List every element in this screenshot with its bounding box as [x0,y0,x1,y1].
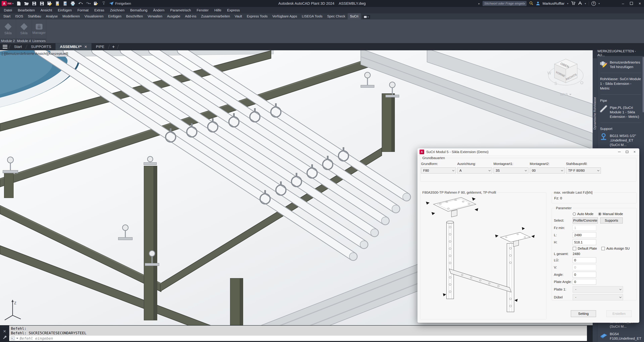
menu-bearbeiten[interactable]: Bearbeiten [15,7,38,13]
ribbon-tab-verfuegbare-apps[interactable]: Verfügbare Apps [270,13,300,19]
dialog-maximize-button[interactable] [626,151,628,153]
menu-extras[interactable]: Extras [92,7,107,13]
file-tab-assembly-active[interactable]: ASSEMBLY* ✕ [56,43,92,50]
autodesk-logo-icon[interactable] [578,1,582,6]
user-menu-chevron-icon[interactable]: ▾ [567,2,568,5]
menu-format[interactable]: Format [74,7,92,13]
fzmin-input[interactable] [573,225,596,231]
workspace-icon[interactable] [94,1,98,6]
print-icon[interactable] [70,1,75,6]
transfer-icon[interactable] [63,1,68,6]
command-line-grip[interactable]: ······ ✕ [0,326,9,342]
app-menu-button[interactable]: A P3D ▾ [2,1,14,6]
grundform-dropdown[interactable]: F80 [421,167,456,174]
angle-input[interactable] [573,272,596,278]
ribbon-tab-analyse[interactable]: Analyse [44,13,60,19]
panel-label-licences[interactable]: Licences [32,38,46,43]
manual-mode-radio[interactable]: Manual Mode [598,212,628,216]
menu-bemassung[interactable]: Bemaßung [127,7,150,13]
autodesk-menu-chevron-icon[interactable]: ▾ [585,2,586,5]
ribbon-tab-start[interactable]: Start [1,13,13,19]
close-command-line-icon[interactable]: ✕ [3,329,6,334]
quick-access-customize-icon[interactable]: ▾ [101,1,106,6]
save-as-icon[interactable] [47,1,52,6]
palette-scrollbar[interactable] [643,57,644,112]
save-icon[interactable] [32,1,36,6]
palette-header[interactable]: WERKZEUGPALETTEN - AU... [597,50,644,56]
panel-label-module4[interactable]: Module 4 [16,38,32,43]
setting-button[interactable]: Setting [571,310,596,317]
wcs-dropdown[interactable]: WKS [560,92,572,96]
new-file-icon[interactable] [16,1,21,6]
menu-aendern[interactable]: Ändern [150,7,168,13]
hamburger-menu-icon[interactable] [0,43,10,50]
ribbon-tab-spec-check[interactable]: Spec Check [325,13,348,19]
command-prompt-icon[interactable]: >_ [10,337,15,340]
search-input[interactable] [482,1,526,6]
redo-icon[interactable]: ↷▾ [86,1,90,6]
menu-express[interactable]: Express [224,7,243,13]
menu-hilfe[interactable]: Hilfe [212,7,224,13]
menu-parametrisch[interactable]: Parametrisch [167,7,194,13]
erstellen-button[interactable]: Erstellen [606,310,632,317]
command-history[interactable]: Befehl: Befehl: SUCRI5CREATESECONDARYSTE… [9,326,587,336]
sikla-module4-button[interactable]: Sikla [16,19,32,38]
stahlbauprofil-dropdown[interactable]: TP F 80/80 [566,167,601,174]
h-input[interactable] [573,239,596,245]
palette-item-pipeclass[interactable]: Rohrklasse: SuCri Module 1 - Sikla Exten… [600,77,642,91]
montageart2-dropdown[interactable]: 00 [530,167,565,174]
help-chevron-icon[interactable]: ▾ [598,2,600,5]
ribbon-tab-express-tools[interactable]: Express Tools [244,13,270,19]
minimize-button[interactable]: – [620,1,626,6]
recent-commands-chevron-icon[interactable] [16,338,18,339]
ribbon-tab-isos[interactable]: ISOS [13,13,26,19]
export-icon[interactable] [55,1,60,6]
help-icon[interactable]: ? [592,1,596,6]
ribbon-tab-addins[interactable]: Add-ins [182,13,199,19]
ribbon-tab-stahlbau[interactable]: Stahlbau [26,13,44,19]
user-name[interactable]: MarkusRufflar [543,1,564,5]
ausrichtung-dropdown[interactable]: A [457,167,492,174]
auto-mode-radio[interactable]: Auto Mode [573,212,598,216]
view-cube[interactable]: OBEN VORNE RECHTS W S O [547,57,586,90]
auto-assign-su-checkbox[interactable]: Auto Assign SU [602,247,634,251]
close-button[interactable]: × [637,1,643,6]
ribbon-tab-lisega-tools[interactable]: LISEGA Tools [300,13,325,19]
plate-angle-input[interactable] [573,279,596,285]
file-tab-supports[interactable]: SUPPORTS [26,43,56,50]
licence-manager-button[interactable]: Manager [32,19,46,38]
dialog-minimize-button[interactable] [618,152,621,152]
open-folder-icon[interactable] [24,1,29,6]
ribbon-tab-sucri[interactable]: SuCri [348,13,361,19]
menu-zeichnen[interactable]: Zeichnen [107,7,127,13]
palette-item-pipe-pl[interactable]: Pipe,PL (SuCri Module 1 - Sikla Extensio… [600,105,642,119]
ribbon-tab-ausgabe[interactable]: Ausgabe [164,13,182,19]
new-tab-button[interactable]: + [109,43,118,50]
save-all-icon[interactable] [40,1,44,6]
default-plate-checkbox[interactable]: Default Plate [573,247,602,251]
ribbon-tab-verwalten[interactable]: Verwalten [145,13,165,19]
sikla-module2-button[interactable]: Sikla [0,19,16,38]
dialog-title-bar[interactable]: A SuCri Modul 5 - Sikla Extension (Demo)… [418,148,639,155]
file-tab-pipe[interactable]: PIPE [92,43,108,50]
supports-button[interactable]: Supports [600,217,623,224]
dialog-close-button[interactable]: × [634,150,636,154]
profile-concrete-button[interactable]: Profile/Concrete [573,217,598,224]
palette-item-bg54[interactable]: BG54 F100,Undefined_ET [600,331,642,341]
l-input[interactable] [573,232,596,238]
menu-fenster[interactable]: Fenster [194,7,212,13]
command-input[interactable] [20,336,587,341]
lue-input[interactable] [573,257,596,263]
panel-label-module2[interactable]: Module 2 [0,38,16,43]
ribbon-tab-beschriften[interactable]: Beschriften [124,13,145,19]
compass-south-label[interactable]: S [554,81,557,86]
platte1-dropdown[interactable]: - [573,286,623,293]
ribbon-tab-visualisieren[interactable]: Visualisieren [82,13,106,19]
menu-einfuegen[interactable]: Einfügen [55,7,74,13]
ribbon-tab-vault[interactable]: Vault [232,13,244,19]
menu-datei[interactable]: Datei [1,7,15,13]
drag-handle-icon[interactable]: ······ [1,326,8,328]
ribbon-tab-einfuegen[interactable]: Einfügen [106,13,124,19]
viewport-controls-label[interactable]: [-][Benutzerdefinierte Ansicht][Konzeptu… [2,52,68,56]
ribbon-tab-modellieren[interactable]: Modellieren [60,13,82,19]
